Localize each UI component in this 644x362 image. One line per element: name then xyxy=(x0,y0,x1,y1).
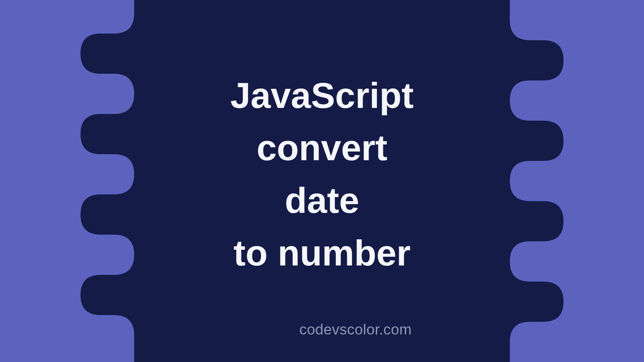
content-area: JavaScript convert date to number xyxy=(0,0,644,362)
main-title: JavaScript convert date to number xyxy=(230,69,414,279)
title-line-2: convert xyxy=(230,122,414,174)
title-line-4: to number xyxy=(230,227,414,280)
title-line-3: date xyxy=(230,174,414,227)
attribution-text: codevscolor.com xyxy=(0,321,644,338)
title-line-1: JavaScript xyxy=(230,69,414,122)
